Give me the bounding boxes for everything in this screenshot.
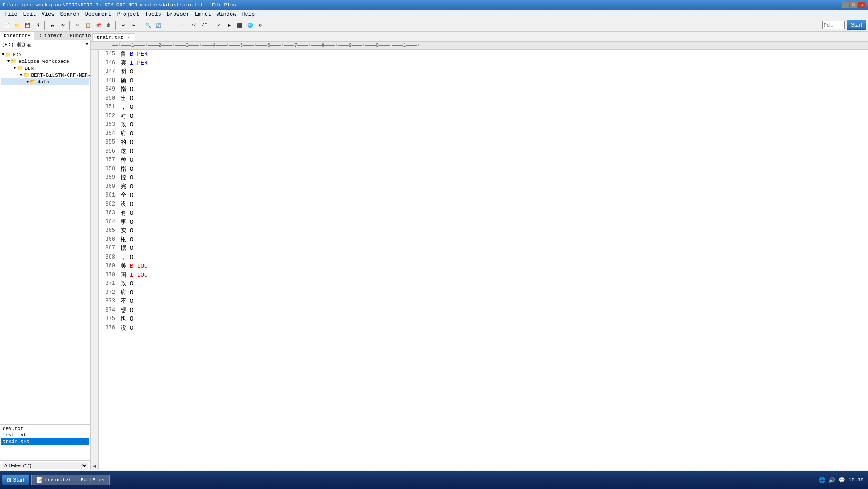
code-tag: B-PER (130, 50, 148, 59)
file-train[interactable]: train.txt (1, 438, 89, 445)
debug-button[interactable]: ⬛ (235, 20, 245, 30)
line-number: 373 (102, 297, 121, 306)
unindent-button[interactable]: ← (178, 20, 188, 30)
toolbar-sep-6 (211, 21, 212, 30)
copy-button[interactable]: 📋 (83, 20, 93, 30)
extra-button[interactable]: ⚙ (256, 20, 265, 30)
indent-button[interactable]: → (168, 20, 178, 30)
new-button[interactable]: 📄 (2, 20, 12, 30)
comment-button[interactable]: // (189, 20, 199, 30)
tree-item-bert[interactable]: ▼ 📁 BERT (1, 65, 89, 72)
line-number: 368 (102, 253, 121, 262)
editor-content[interactable]: ◄ 345鲁 B-PER346宾 I-PER347明 O348确 O349指 O… (91, 50, 868, 470)
code-line-349: 349指 O (102, 85, 864, 94)
line-number: 353 (102, 120, 121, 129)
code-line-374: 374想 O (102, 306, 864, 315)
code-char: 出 (121, 94, 126, 103)
print-preview-button[interactable]: 👁 (58, 20, 68, 30)
menu-help[interactable]: Help (239, 10, 257, 19)
syntax-check-button[interactable]: ✓ (214, 20, 224, 30)
code-char: 没 (121, 200, 126, 209)
delete-button[interactable]: 🗑 (104, 20, 114, 30)
expand-arrow-eclipse: ▼ (7, 59, 10, 64)
menu-browser[interactable]: Browser (164, 10, 192, 19)
tree-item-e[interactable]: ▼ 📁 E:\ (1, 51, 89, 58)
print-button[interactable]: 🖨 (48, 20, 58, 30)
tab-cliptext[interactable]: Cliptext (34, 32, 66, 40)
code-tag: O (130, 235, 134, 244)
run-button[interactable]: ▶ (224, 20, 234, 30)
code-char: 国 (121, 271, 126, 280)
menu-document[interactable]: Document (82, 10, 114, 19)
sidebar-tabs: Directory Cliptext Functions (0, 32, 90, 40)
tree-item-eclipse[interactable]: ▼ 📁 eclipse-workspace (1, 58, 89, 65)
code-char: 种 (121, 156, 126, 165)
menu-emmet[interactable]: Emmet (192, 10, 214, 19)
close-button[interactable]: ✕ (858, 2, 865, 8)
code-char: ， (121, 253, 126, 262)
code-line-364: 364事 O (102, 218, 864, 227)
replace-button[interactable]: 🔄 (154, 20, 164, 30)
menu-window[interactable]: Window (214, 10, 239, 19)
window-controls: — □ ✕ (842, 2, 865, 8)
toolbar-sep-1 (44, 21, 46, 30)
menu-tools[interactable]: Tools (142, 10, 164, 19)
taskbar: ⊞ Start 📝 train.txt - EditPlus 🌐 🔊 💬 15:… (0, 471, 868, 489)
browse-button[interactable]: 🌐 (245, 20, 255, 30)
code-char: ， (121, 103, 126, 112)
uncomment-button[interactable]: /* (199, 20, 209, 30)
save-all-button[interactable]: 🗄 (33, 20, 43, 30)
code-line-347: 347明 O (102, 67, 864, 77)
code-line-346: 346宾 I-PER (102, 59, 864, 68)
line-number: 362 (102, 200, 121, 209)
taskbar-editplus-item[interactable]: 📝 train.txt - EditPlus (31, 475, 110, 485)
code-tag: O (130, 279, 134, 288)
code-char: 府 (121, 288, 126, 297)
cut-button[interactable]: ✂ (72, 20, 82, 30)
code-char: 的 (121, 138, 126, 147)
menu-view[interactable]: View (39, 10, 58, 19)
save-button[interactable]: 💾 (23, 20, 33, 30)
file-test[interactable]: test.txt (1, 432, 89, 438)
code-char: 想 (121, 306, 126, 315)
drive-dropdown-icon[interactable]: ▼ (86, 42, 88, 47)
main-layout: Directory Cliptext Functions (E:) 新加卷 ▼ … (0, 32, 868, 470)
menu-edit[interactable]: Edit (20, 10, 39, 19)
line-number: 352 (102, 112, 121, 121)
editor-tab-train[interactable]: train.txt ✕ (92, 33, 135, 41)
file-list: dev.txt test.txt train.txt (0, 424, 90, 460)
menu-file[interactable]: File (2, 10, 20, 19)
undo-button[interactable]: ↩ (118, 20, 128, 30)
code-area[interactable]: 345鲁 B-PER346宾 I-PER347明 O348确 O349指 O35… (99, 50, 868, 470)
maximize-button[interactable]: □ (850, 2, 857, 8)
minimize-button[interactable]: — (842, 2, 849, 8)
filter-select[interactable]: All Files (*.*) (2, 462, 88, 469)
line-number: 346 (102, 59, 121, 68)
line-number: 366 (102, 235, 121, 244)
scroll-left-icon[interactable]: ◄ (93, 464, 96, 469)
find-button[interactable]: 🔍 (143, 20, 153, 30)
open-button[interactable]: 📁 (12, 20, 22, 30)
redo-button[interactable]: ↪ (129, 20, 139, 30)
line-number: 345 (102, 50, 121, 59)
code-line-369: 369美 B-LOC (102, 262, 864, 271)
code-tag: O (130, 244, 134, 253)
paste-button[interactable]: 📌 (93, 20, 103, 30)
menu-search[interactable]: Search (57, 10, 82, 19)
drive-selector[interactable]: (E:) 新加卷 ▼ (0, 40, 90, 49)
pol-input[interactable] (822, 21, 845, 29)
code-line-366: 366根 O (102, 235, 864, 244)
tree-item-bert-master[interactable]: ▼ 📁 BERT-BiLSTM-CRF-NER-master (1, 72, 89, 78)
tab-close-icon[interactable]: ✕ (127, 35, 130, 40)
tab-directory[interactable]: Directory (0, 32, 34, 40)
file-dev[interactable]: dev.txt (1, 426, 89, 432)
windows-start-button[interactable]: ⊞ Start (2, 475, 29, 485)
line-number: 347 (102, 67, 121, 77)
start-run-button[interactable]: Start (847, 20, 866, 30)
code-tag: O (130, 103, 134, 112)
tree-item-data[interactable]: ▼ 📂 data (1, 78, 89, 85)
line-number: 367 (102, 244, 121, 253)
folder-icon-bert: 📁 (17, 65, 23, 71)
menu-project[interactable]: Project (114, 10, 142, 19)
sidebar-filter: All Files (*.*) (0, 460, 90, 470)
